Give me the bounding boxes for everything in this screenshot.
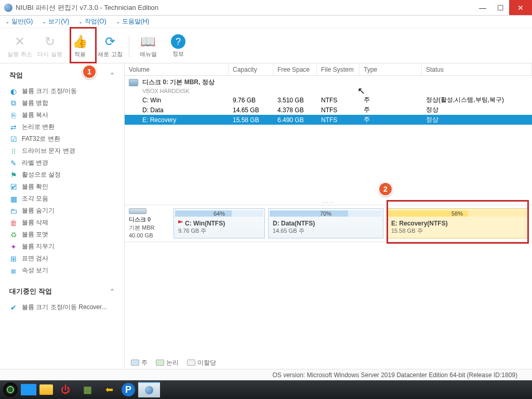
os-version-text: OS version: Microsoft Windows Server 201… xyxy=(272,371,517,379)
th-capacity[interactable]: Capacity xyxy=(229,63,273,75)
table-header: Volume Capacity Free Space File System T… xyxy=(125,63,532,76)
taskbar-power[interactable]: ⏻ xyxy=(56,382,75,397)
convert-icon: ⇄ xyxy=(9,123,18,131)
table-row[interactable]: C: Win 9.76 GB 3.510 GB NTFS 주 정상(활성,시스템… xyxy=(125,95,532,105)
taskbar-item[interactable]: ⬅ xyxy=(100,382,118,397)
format-icon: ♻ xyxy=(9,231,18,239)
manual-button[interactable]: 📖매뉴얼 xyxy=(135,31,162,62)
menu-action[interactable]: ⌄작업(O) xyxy=(78,17,106,26)
x-icon: ✕ xyxy=(12,34,28,49)
sidebar-item-resize[interactable]: ◐볼륨 크기 조정/이동 xyxy=(2,85,122,97)
question-icon: ? xyxy=(171,34,185,49)
sidebar-section-pending[interactable]: 대기중인 작업 ⌃ xyxy=(2,284,122,299)
disk-icon xyxy=(129,79,138,86)
th-free[interactable]: Free Space xyxy=(273,63,317,75)
chevron-up-icon: ⌃ xyxy=(110,288,115,295)
sidebar-item-props[interactable]: ≣속성 보기 xyxy=(2,264,122,276)
partition-d[interactable]: 70% D: Data(NTFS) 14.65 GB 주 xyxy=(268,208,383,238)
sidebar-item-delete[interactable]: 🗑볼륨 삭제 xyxy=(2,217,122,229)
app-icon xyxy=(4,4,12,12)
hide-icon: 🗀 xyxy=(9,207,18,215)
table-row[interactable]: D: Data 14.65 GB 4.378 GB NTFS 주 정상 xyxy=(125,105,532,115)
edit-icon: ✎ xyxy=(9,159,18,167)
legend-unalloc: 미할당 xyxy=(187,358,216,367)
refresh-icon: ⟳ xyxy=(102,34,118,49)
refresh-button[interactable]: ⟳새로 고침 xyxy=(97,31,124,62)
resize-icon: ◐ xyxy=(9,87,18,96)
sidebar-item-copy[interactable]: ⎘볼륨 복사 xyxy=(2,109,122,121)
toolbar: ✕실행 취소 ↻다시 실행 👍적용 ⟳새로 고침 📖매뉴얼 ?정보 xyxy=(0,28,532,63)
sidebar-item-format[interactable]: ♻볼륨 포맷 xyxy=(2,229,122,241)
sidebar: 작업 ⌃ ◐볼륨 크기 조정/이동 ⧉볼륨 병합 ⎘볼륨 복사 ⇄논리로 변환 … xyxy=(0,63,125,369)
sidebar-item-hide[interactable]: 🗀볼륨 숨기기 xyxy=(2,205,122,217)
partition-c[interactable]: 64% C: Win(NTFS) 9.76 GB 주 xyxy=(174,208,265,238)
chevron-up-icon: ⌃ xyxy=(110,72,115,79)
disk-icon xyxy=(129,208,147,214)
redo-button[interactable]: ↻다시 실행 xyxy=(36,31,63,62)
separator-dots: ..... xyxy=(125,197,532,205)
close-button[interactable]: ✕ xyxy=(509,0,532,15)
merge-icon: ⧉ xyxy=(9,99,18,108)
taskbar-app-niubi[interactable] xyxy=(138,382,160,397)
table-row-selected[interactable]: E: Recovery 15.58 GB 6.490 GB NTFS 주 정상 xyxy=(125,115,532,125)
delete-icon: 🗑 xyxy=(9,219,18,227)
disk-info[interactable]: 디스크 0 기본 MBR 40.00 GB xyxy=(129,208,170,238)
copy-icon: ⎘ xyxy=(9,111,18,119)
check-icon: 🗹 xyxy=(9,183,18,191)
undo-button[interactable]: ✕실행 취소 xyxy=(6,31,33,62)
sidebar-items: ◐볼륨 크기 조정/이동 ⧉볼륨 병합 ⎘볼륨 복사 ⇄논리로 변환 ☑FAT3… xyxy=(2,83,122,284)
start-button[interactable] xyxy=(3,382,18,397)
partition-e[interactable]: 58% E: Recovery(NTFS) 15.58 GB 주 xyxy=(387,208,528,238)
taskbar-item[interactable] xyxy=(21,384,36,395)
info-button[interactable]: ?정보 xyxy=(165,31,192,62)
sidebar-item-merge[interactable]: ⧉볼륨 병합 xyxy=(2,97,122,109)
menu-help[interactable]: ⌄도움말(H) xyxy=(116,17,150,26)
legend-logic: 논리 xyxy=(156,358,179,367)
sidebar-item-label[interactable]: ✎라벨 변경 xyxy=(2,157,122,169)
pending-item-resize[interactable]: ✔볼륨 크기 조정/이동 Recover... xyxy=(2,301,122,313)
taskbar: ⏻ ▦ ⬅ P xyxy=(0,380,532,399)
surface-icon: ⊞ xyxy=(9,255,18,263)
th-volume[interactable]: Volume xyxy=(125,63,229,75)
disk-header[interactable]: 디스크 0: 기본 MBR, 정상 xyxy=(125,76,532,89)
menu-view[interactable]: ⌄보기(V) xyxy=(42,17,69,26)
sidebar-item-logical[interactable]: ⇄논리로 변환 xyxy=(2,121,122,133)
redo-icon: ↻ xyxy=(42,34,58,49)
sidebar-item-check[interactable]: 🗹볼륨 확인 xyxy=(2,181,122,193)
th-type[interactable]: Type xyxy=(360,63,422,75)
title-bar: NIUBI 파티션 편집기 v7.3.0 - Technician Editio… xyxy=(0,0,532,16)
check-icon: ✔ xyxy=(9,303,18,312)
wipe-icon: ✦ xyxy=(9,243,18,251)
th-status[interactable]: Status xyxy=(422,63,532,75)
sidebar-item-wipe[interactable]: ✦볼륨 지우기 xyxy=(2,241,122,252)
sidebar-item-active[interactable]: ⚑활성으로 설정 xyxy=(2,169,122,181)
apply-button[interactable]: 👍적용 xyxy=(66,31,94,62)
content-area: Volume Capacity Free Space File System T… xyxy=(125,63,532,369)
props-icon: ≣ xyxy=(9,267,18,275)
taskbar-explorer[interactable] xyxy=(39,384,53,395)
window-title: NIUBI 파티션 편집기 v7.3.0 - Technician Editio… xyxy=(16,3,474,12)
disk-map-section: 2 ..... 디스크 0 기본 MBR 40.00 GB 64% C: Win… xyxy=(125,197,532,369)
taskbar-item[interactable]: ▦ xyxy=(78,382,97,397)
thumbs-up-icon: 👍 xyxy=(72,34,88,49)
minimize-button[interactable]: — xyxy=(474,0,491,15)
letter-icon: ⁝⁝ xyxy=(9,147,18,155)
sidebar-item-surface[interactable]: ⊞표면 검사 xyxy=(2,252,122,264)
book-icon: 📖 xyxy=(140,34,156,49)
sidebar-section-actions[interactable]: 작업 ⌃ xyxy=(2,68,122,83)
disk-map: 디스크 0 기본 MBR 40.00 GB 64% C: Win(NTFS) 9… xyxy=(125,205,532,242)
sidebar-item-defrag[interactable]: ▦조각 모음 xyxy=(2,193,122,205)
sidebar-item-fat32[interactable]: ☑FAT32로 변환 xyxy=(2,133,122,145)
fat32-icon: ☑ xyxy=(9,135,18,143)
flag-icon xyxy=(178,220,183,225)
sidebar-item-letter[interactable]: ⁝⁝드라이브 문자 변경 xyxy=(2,145,122,157)
main-area: 작업 ⌃ ◐볼륨 크기 조정/이동 ⧉볼륨 병합 ⎘볼륨 복사 ⇄논리로 변환 … xyxy=(0,63,532,369)
app-icon xyxy=(145,386,153,394)
menu-general[interactable]: ⌄일반(G) xyxy=(5,17,33,26)
taskbar-item[interactable]: P xyxy=(122,383,135,396)
annotation-badge-2: 2 xyxy=(378,182,393,196)
legend: 주 논리 미할당 xyxy=(125,356,532,369)
th-fs[interactable]: File System xyxy=(317,63,360,75)
maximize-button[interactable]: ☐ xyxy=(491,0,509,15)
window-buttons: — ☐ ✕ xyxy=(474,0,532,15)
